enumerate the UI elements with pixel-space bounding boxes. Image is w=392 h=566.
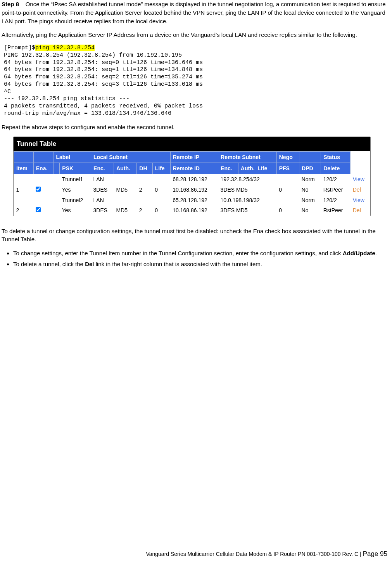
th-auth2-life2: Auth. Life: [238, 163, 276, 174]
table-row: 1Yes3DESMD52010.168.86.1923DES MD50NoRst…: [14, 185, 371, 195]
th-enc2: Enc.: [218, 163, 238, 174]
cell-nego: Norm: [299, 195, 321, 206]
term-line: PING 192.32.8.254 (192.32.8.254) from 10…: [4, 52, 182, 59]
cell-nego: No: [299, 205, 321, 215]
term-line: 64 bytes from 192.32.8.254: seq=3 ttl=12…: [4, 81, 203, 88]
cell-item: [14, 195, 34, 206]
cell-ena: [33, 205, 54, 215]
cell-dpd: 120/2: [321, 174, 351, 185]
tunnel-table: Label Local Subnet Remote IP Remote Subn…: [14, 151, 370, 216]
cell-auth: [114, 195, 137, 206]
th-status: Status: [321, 151, 351, 163]
th-pfs: PFS: [276, 163, 299, 174]
cell-nego: No: [299, 185, 321, 195]
th-enc: Enc.: [91, 163, 114, 174]
alternative-paragraph: Alternatively, ping the Application Serv…: [2, 31, 389, 39]
th-local-subnet: Local Subnet: [91, 151, 171, 163]
term-line: ^C: [4, 88, 11, 95]
th-auth: Auth.: [114, 163, 137, 174]
th-dh: DH: [137, 163, 152, 174]
th-psk: PSK: [60, 163, 91, 174]
header-row-2: Item Ena. PSK Enc. Auth. DH Life Remote …: [14, 163, 371, 174]
th-remote-id: Remote ID: [170, 163, 218, 174]
cell-life: [152, 195, 170, 206]
step8-paragraph: Step 8 Once the “IPsec SA established tu…: [2, 0, 389, 25]
th-blank: [54, 163, 60, 174]
table-row: 2Yes3DESMD52010.168.86.1923DES MD50NoRst…: [14, 205, 371, 215]
footer-title: Vanguard Series Multicarrier Cellular Da…: [146, 551, 358, 557]
ena-checkbox[interactable]: [36, 187, 41, 192]
bullet-change-settings: To change settings, enter the Tunnel Ite…: [13, 249, 389, 258]
th-nego: Nego: [276, 151, 299, 163]
bullet-delete-tunnel: To delete a tunnel, click the Del link i…: [13, 260, 389, 268]
page-footer: Vanguard Series Multicarrier Cellular Da…: [146, 549, 387, 559]
cell-auth: [114, 174, 137, 185]
cell-item: 2: [14, 205, 34, 215]
cell-enc: 3DES: [91, 185, 114, 195]
cell-enc: LAN: [91, 195, 114, 206]
cell-remote-subnet: 10.0.198.198/32: [218, 195, 277, 206]
cell-life2: 0: [276, 205, 299, 215]
cell-label: Ttunnel2: [60, 195, 91, 206]
cell-remote-ip: 68.28.128.192: [170, 174, 218, 185]
cell-ena: [33, 174, 54, 185]
ena-checkbox[interactable]: [36, 207, 41, 212]
th-ena: Ena.: [33, 163, 54, 174]
del-link-cell[interactable]: Del: [351, 205, 370, 215]
cell-dpd: 120/2: [321, 195, 351, 206]
term-line: round-trip min/avg/max = 133.018/134.946…: [4, 110, 171, 117]
th-delete: Delete: [321, 163, 351, 174]
cell-remote-subnet: 3DES MD5: [218, 185, 277, 195]
cell-life: 0: [152, 185, 170, 195]
cell-dh: 2: [137, 185, 152, 195]
page-number: Page 95: [363, 550, 387, 557]
th-item: Item: [14, 163, 34, 174]
cell-auth: MD5: [114, 185, 137, 195]
terminal-output: [Prompt]$ping 192.32.8.254 PING 192.32.8…: [4, 45, 389, 118]
cell-dpd: RstPeer: [321, 205, 351, 215]
view-link-cell[interactable]: View: [351, 195, 370, 206]
cell-enc: 3DES: [91, 205, 114, 215]
cell-remote-ip: 10.168.86.192: [170, 205, 218, 215]
term-line: 4 packets transmitted, 4 packets receive…: [4, 103, 203, 109]
term-line: 64 bytes from 192.32.8.254: seq=0 ttl=12…: [4, 59, 203, 66]
th-life: Life: [152, 163, 170, 174]
cell-item: 1: [14, 185, 34, 195]
cell-blank: [54, 174, 60, 185]
cell-label: Yes: [60, 185, 91, 195]
cell-blank: [54, 195, 60, 206]
th-remote-ip: Remote IP: [170, 151, 218, 163]
cell-item: [14, 174, 34, 185]
cell-remote-subnet: 192.32.8.254/32: [218, 174, 277, 185]
th-blank: [14, 151, 34, 163]
th-blank: [299, 151, 321, 163]
step-label: Step 8: [2, 1, 19, 7]
delete-intro-paragraph: To delete a tunnel or change configurati…: [2, 227, 389, 244]
cell-life: [152, 174, 170, 185]
cell-label: Ttunnel1: [60, 174, 91, 185]
view-link-cell[interactable]: View: [351, 174, 370, 185]
term-line: 64 bytes from 192.32.8.254: seq=2 ttl=12…: [4, 74, 203, 80]
th-label: Label: [54, 151, 91, 163]
ping-command: ping 192.32.8.254: [35, 45, 95, 51]
repeat-paragraph: Repeat the above steps to configure and …: [2, 123, 389, 132]
th-blank: [33, 151, 54, 163]
cell-life2: 0: [276, 185, 299, 195]
cell-blank: [54, 205, 60, 215]
cell-remote-ip: 65.28.128.192: [170, 195, 218, 206]
cell-life2: [276, 195, 299, 206]
cell-remote-ip: 10.168.86.192: [170, 185, 218, 195]
cell-auth: MD5: [114, 205, 137, 215]
tunnel-table-title: Tunnel Table: [14, 137, 370, 151]
cell-blank: [54, 185, 60, 195]
table-row: Ttunnel2LAN65.28.128.19210.0.198.198/32N…: [14, 195, 371, 206]
del-link-cell[interactable]: Del: [351, 185, 370, 195]
bullet-list: To change settings, enter the Tunnel Ite…: [6, 249, 389, 268]
cell-remote-subnet: 3DES MD5: [218, 205, 277, 215]
header-row-1: Label Local Subnet Remote IP Remote Subn…: [14, 151, 371, 163]
cell-enc: LAN: [91, 174, 114, 185]
cell-ena: [33, 185, 54, 195]
cell-dh: [137, 174, 152, 185]
cell-life: 0: [152, 205, 170, 215]
th-dpd: DPD: [299, 163, 321, 174]
